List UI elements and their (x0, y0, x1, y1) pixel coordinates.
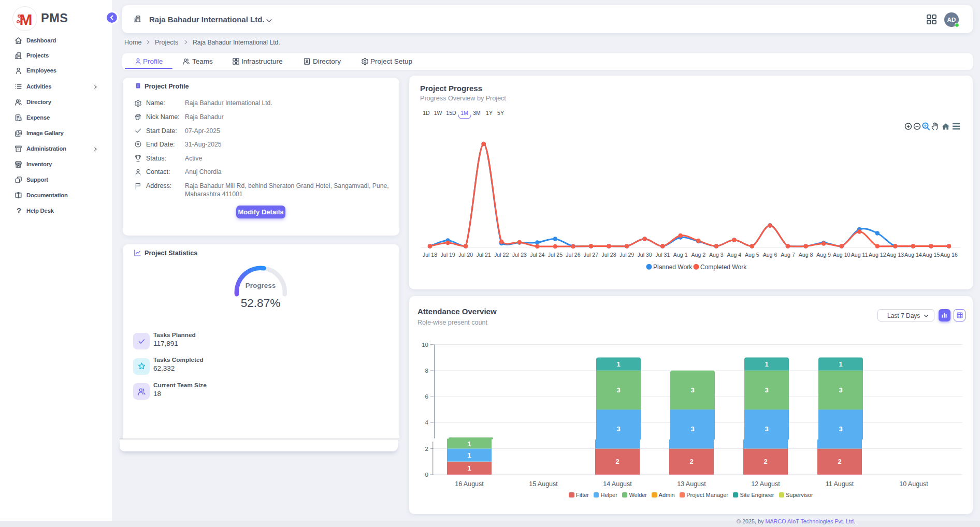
svg-text:14 August: 14 August (603, 480, 632, 488)
svg-text:3: 3 (690, 386, 694, 394)
svg-text:Aug 16: Aug 16 (940, 252, 958, 258)
svg-text:Aug 1: Aug 1 (673, 252, 688, 258)
svg-text:12 August: 12 August (751, 480, 780, 488)
svg-text:Aug 14: Aug 14 (904, 252, 922, 258)
svg-text:3: 3 (616, 425, 620, 433)
svg-text:Jul 20: Jul 20 (458, 252, 473, 258)
svg-text:Jul 24: Jul 24 (530, 252, 544, 258)
svg-text:Jul 31: Jul 31 (655, 252, 670, 258)
svg-text:Jul 26: Jul 26 (566, 252, 580, 258)
svg-text:Jul 18: Jul 18 (423, 252, 437, 258)
svg-text:Planned Work: Planned Work (653, 264, 693, 271)
svg-text:2: 2 (615, 458, 619, 465)
svg-text:Aug 7: Aug 7 (781, 252, 795, 258)
svg-text:13 August: 13 August (677, 480, 706, 488)
svg-text:Completed Work: Completed Work (700, 264, 747, 271)
svg-text:3: 3 (690, 425, 694, 433)
svg-text:Jul 29: Jul 29 (619, 252, 634, 258)
svg-text:Aug 15: Aug 15 (923, 252, 940, 258)
svg-text:0: 0 (425, 472, 428, 478)
svg-text:Aug 11: Aug 11 (851, 252, 868, 258)
svg-text:Aug 9: Aug 9 (816, 252, 831, 258)
svg-text:2: 2 (689, 458, 693, 465)
svg-text:8: 8 (425, 368, 428, 374)
svg-text:2: 2 (763, 458, 767, 465)
svg-text:Jul 30: Jul 30 (637, 252, 652, 258)
svg-text:Aug 13: Aug 13 (887, 252, 904, 258)
svg-text:Aug 12: Aug 12 (869, 252, 886, 258)
svg-text:Aug 3: Aug 3 (709, 252, 724, 258)
svg-text:Aug 6: Aug 6 (763, 252, 777, 258)
svg-text:Aug 2: Aug 2 (691, 252, 705, 258)
svg-text:3: 3 (765, 386, 768, 394)
svg-text:6: 6 (425, 393, 428, 400)
svg-text:2: 2 (838, 458, 841, 465)
svg-text:Jul 27: Jul 27 (584, 252, 598, 258)
svg-text:1: 1 (839, 360, 842, 368)
svg-text:1: 1 (467, 464, 471, 472)
svg-text:11 August: 11 August (826, 480, 854, 488)
svg-text:15 August: 15 August (529, 480, 558, 488)
svg-text:Jul 25: Jul 25 (548, 252, 563, 258)
svg-text:10: 10 (422, 342, 428, 348)
svg-text:1: 1 (467, 440, 471, 448)
svg-text:3: 3 (616, 386, 620, 394)
svg-text:1: 1 (616, 360, 620, 368)
svg-text:4: 4 (425, 419, 429, 426)
svg-text:10 August: 10 August (899, 480, 928, 488)
svg-text:3: 3 (765, 425, 768, 433)
svg-text:3: 3 (839, 386, 842, 394)
svg-text:1: 1 (467, 451, 471, 459)
svg-text:16 August: 16 August (455, 480, 484, 488)
svg-text:Aug 5: Aug 5 (745, 252, 759, 258)
svg-text:Aug 10: Aug 10 (833, 252, 851, 258)
svg-text:2: 2 (425, 446, 428, 452)
svg-text:Jul 28: Jul 28 (601, 252, 616, 258)
svg-text:Jul 23: Jul 23 (512, 252, 527, 258)
svg-text:1: 1 (765, 360, 768, 368)
svg-text:Jul 19: Jul 19 (440, 252, 455, 258)
svg-text:Aug 4: Aug 4 (727, 252, 742, 258)
svg-text:Aug 8: Aug 8 (799, 252, 813, 258)
svg-text:Jul 21: Jul 21 (477, 252, 491, 258)
svg-text:M: M (20, 11, 33, 28)
svg-text:3: 3 (839, 425, 842, 433)
svg-text:Jul 22: Jul 22 (494, 252, 509, 258)
